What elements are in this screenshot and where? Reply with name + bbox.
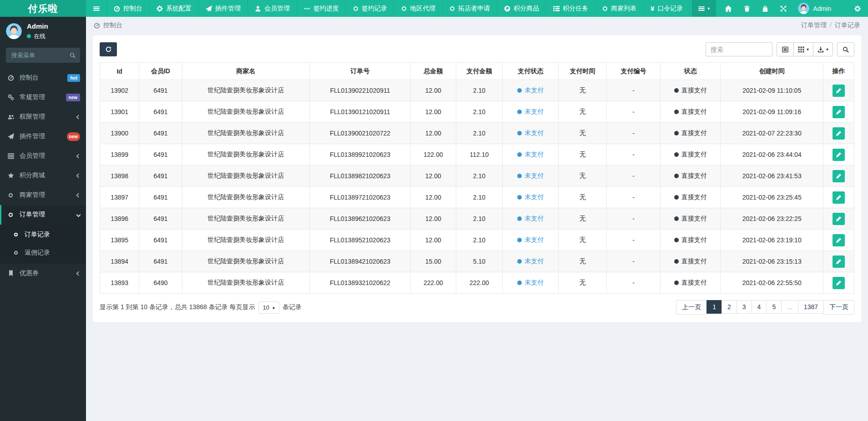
cell-pay-no: -: [607, 123, 661, 144]
cell-total: 12.00: [411, 80, 456, 101]
pay-status-text: 未支付: [525, 86, 544, 94]
top-menu-shop-applications[interactable]: 拓店者申请: [442, 0, 497, 17]
pay-status-text: 未支付: [525, 193, 544, 200]
status-dot-icon: [674, 216, 679, 221]
user-menu[interactable]: Admin: [792, 0, 837, 17]
top-menu-system-config[interactable]: 系统配置: [149, 0, 198, 17]
search-button[interactable]: [837, 42, 854, 56]
sidebar-item-points-mall[interactable]: 积分商城: [0, 166, 86, 185]
clear-cache-button[interactable]: [738, 0, 756, 17]
table-search-input[interactable]: [706, 42, 772, 56]
top-menu-merchant-list[interactable]: 商家列表: [595, 0, 643, 17]
page-5-button[interactable]: 5: [767, 300, 782, 315]
refresh-button[interactable]: [100, 42, 117, 56]
top-menu-points-tasks[interactable]: 积分任务: [546, 0, 595, 17]
edit-button[interactable]: [833, 277, 845, 289]
page-link[interactable]: 下一页: [823, 300, 854, 315]
top-menu-members[interactable]: 会员管理: [247, 0, 297, 17]
top-menu-dashboard[interactable]: 控制台: [106, 0, 149, 17]
cell-total: 12.00: [411, 123, 456, 144]
top-menu-sign-progress[interactable]: 签约进度: [297, 0, 346, 17]
page-1387-button[interactable]: 1387: [798, 300, 824, 315]
columns-dropdown-button[interactable]: ▾: [793, 42, 813, 56]
nav-dropdown-toggle[interactable]: ▾: [692, 0, 716, 17]
sidebar-item-members[interactable]: 会员管理: [0, 146, 86, 166]
breadcrumb-parent[interactable]: 订单管理: [801, 21, 827, 29]
top-menu-points-goods[interactable]: 积分商品: [497, 0, 546, 17]
next-page-button[interactable]: 下一页: [824, 300, 854, 315]
settings-button[interactable]: [848, 0, 868, 17]
cell-created: 2021-02-06 23:19:10: [721, 230, 823, 251]
home-button[interactable]: [719, 0, 738, 17]
cell-id: 13902: [100, 80, 139, 101]
cell-actions: [823, 208, 854, 230]
prev-page-button[interactable]: 上一页: [676, 300, 707, 315]
toggle-view-button[interactable]: [777, 42, 794, 56]
sidebar-search-input[interactable]: [10, 51, 66, 59]
export-icon: [818, 46, 824, 53]
edit-button[interactable]: [833, 191, 845, 204]
top-menu-sign-records[interactable]: 签约记录: [346, 0, 394, 17]
sidebar-item-order-records[interactable]: 订单记录: [0, 226, 86, 244]
cell-total: 12.00: [411, 208, 456, 230]
fullscreen-button[interactable]: [774, 0, 792, 17]
avatar: [798, 3, 809, 14]
export-dropdown-button[interactable]: ▾: [813, 42, 833, 56]
page-4-button[interactable]: 4: [752, 300, 767, 315]
pay-status-text: 未支付: [525, 279, 544, 286]
sidebar-item-merchants[interactable]: 商家管理: [0, 185, 86, 205]
page-link[interactable]: 4: [752, 300, 767, 314]
page-link[interactable]: 5: [766, 300, 782, 314]
refresh-icon: [106, 46, 111, 52]
breadcrumb-current: 订单记录: [835, 21, 860, 29]
search-icon: [70, 52, 76, 58]
table-row: 138936490世纪陆壹捌美妆形象设计店FLL0138932102062222…: [100, 272, 854, 294]
cell-id: 13895: [100, 230, 139, 251]
sidebar-item-permissions[interactable]: 权限管理: [0, 107, 86, 127]
cell-paid: 2.10: [456, 80, 503, 101]
page-2-button[interactable]: 2: [722, 300, 737, 315]
status-text: 直接支付: [681, 150, 707, 158]
page-link[interactable]: 1: [707, 300, 722, 314]
top-menu-password-records[interactable]: ¥口令记录: [643, 0, 690, 17]
edit-button[interactable]: [833, 234, 845, 246]
cell-actions: [823, 187, 854, 208]
hamburger-icon: [93, 5, 100, 12]
gear-icon: [156, 5, 163, 12]
cell-merchant: 世纪陆壹捌美妆形象设计店: [182, 80, 309, 101]
sidebar-toggle-button[interactable]: [86, 0, 106, 17]
cell-id: 13900: [100, 123, 139, 144]
sidebar-item-dashboard[interactable]: 控制台hot: [0, 68, 86, 88]
cell-merchant: 世纪陆壹捌美妆形象设计店: [182, 208, 309, 230]
page-size-select[interactable]: 10▴: [258, 301, 280, 314]
edit-button[interactable]: [833, 170, 845, 182]
cell-paid: 5.10: [456, 251, 503, 272]
page-link[interactable]: 3: [737, 300, 752, 314]
page-link[interactable]: 1387: [798, 300, 824, 314]
sidebar-item-general[interactable]: 常规管理new: [0, 88, 86, 107]
cell-id: 13896: [100, 208, 139, 230]
sidebar-item-orders[interactable]: 订单管理: [0, 205, 86, 225]
edit-button[interactable]: [833, 106, 845, 118]
pay-status-text: 未支付: [525, 172, 544, 179]
cell-status: 直接支付: [660, 123, 721, 144]
page-1-button[interactable]: 1: [707, 300, 722, 315]
circle-icon: [9, 193, 13, 197]
status-dot-icon: [674, 281, 679, 285]
page-link[interactable]: 上一页: [676, 300, 707, 315]
edit-button[interactable]: [833, 213, 845, 225]
shop-button[interactable]: [756, 0, 774, 17]
edit-button[interactable]: [833, 256, 845, 268]
brand-logo: 付乐啦: [0, 0, 86, 17]
sidebar-item-plugins[interactable]: 插件管理new: [0, 127, 86, 146]
page-3-button[interactable]: 3: [737, 300, 752, 315]
sidebar-item-coupons[interactable]: 优惠券: [0, 264, 86, 283]
sidebar-item-rebate-records[interactable]: 返佣记录: [0, 244, 86, 262]
edit-button[interactable]: [833, 85, 845, 97]
edit-button[interactable]: [833, 149, 845, 161]
new-badge: new: [67, 132, 80, 141]
edit-button[interactable]: [833, 127, 845, 140]
top-menu-plugins[interactable]: 插件管理: [198, 0, 247, 17]
top-menu-region-agents[interactable]: 地区代理: [394, 0, 442, 17]
page-link[interactable]: 2: [722, 300, 737, 314]
